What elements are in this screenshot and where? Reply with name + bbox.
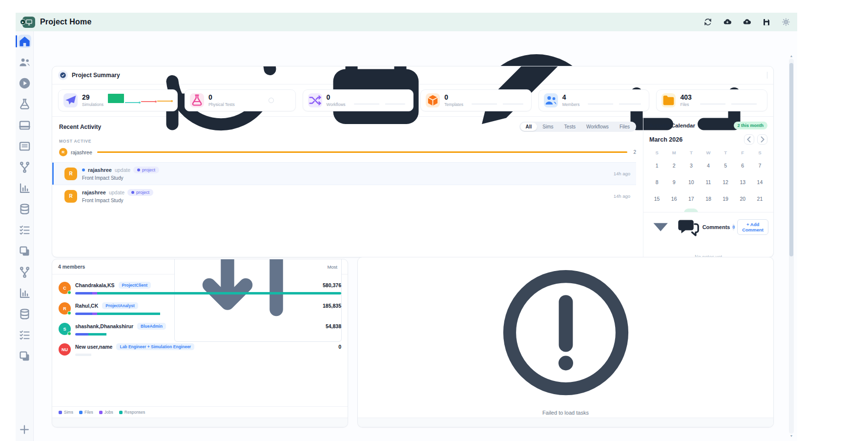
member-row[interactable]: C Chandrakala,KS ProjectClient 580,376 [59,278,341,299]
calendar-day[interactable]: 28 [751,207,768,212]
sidebar-item-cards[interactable] [18,119,31,132]
stat-value: 403 [680,94,691,101]
shuffle-icon [308,93,322,107]
activity-item[interactable]: R rajashree update project Front Impact … [52,185,636,207]
sidebar-item-members[interactable] [18,56,31,69]
sidebar-item-media[interactable] [18,77,31,90]
member-row[interactable]: S shashank,Dhanakshirur BlueAdmin 54,838 [59,319,341,340]
calendar-day[interactable]: 3 [682,157,700,174]
calendar-day-header: F [734,147,751,157]
stat-label: Simulations [82,102,103,107]
calendar-day[interactable]: 7 [751,157,768,174]
add-comment-button[interactable]: + Add Comment [737,219,768,235]
most-active-name: rajashree [71,149,92,155]
calendar-day-header: S [648,147,665,157]
stat-card-files[interactable]: 403Files [656,89,767,111]
calendar-day[interactable]: 13 [734,174,751,190]
calendar-day[interactable]: 4 [700,157,717,174]
calendar-prev-button[interactable] [744,134,754,145]
refresh-icon[interactable] [703,18,712,26]
sidebar-item-charts[interactable] [18,182,31,195]
calendar-day[interactable]: 9 [665,174,682,190]
tab-files[interactable]: Files [614,123,635,131]
scroll-up-arrow-icon[interactable]: ▲ [788,54,794,59]
cloud-download-icon[interactable] [723,18,732,26]
member-row[interactable]: NU New user,name Lab Engineer + Simulati… [59,340,341,360]
stat-card-physical-tests[interactable]: 0Physical Tests [185,89,296,111]
calendar-day[interactable]: 10 [682,174,700,190]
tasks-footer [358,418,773,427]
gear-icon[interactable] [782,18,790,26]
sidebar-item-templates[interactable] [18,245,31,258]
member-value: 54,838 [326,323,341,329]
placeholder-dashes [700,104,759,105]
calendar-day-header: M [665,147,682,157]
mini-line-amber [157,101,172,102]
member-row[interactable]: R Rahul,CK ProjectAnalyst 185,835 [59,299,341,319]
stat-card-simulations[interactable]: 29Simulations [58,89,178,111]
calendar-day[interactable]: 20 [734,190,751,207]
calendar-day[interactable]: 27 [734,207,751,212]
sidebar-item-data[interactable] [18,203,31,216]
calendar-day[interactable]: 21 [751,190,768,207]
calendar-day-header: T [717,147,734,157]
calendar-day[interactable]: 25 [700,207,717,212]
sidebar-item-charts-2[interactable] [18,287,31,300]
calendar-day[interactable]: 26 [717,207,734,212]
stat-card-members[interactable]: 4Members [538,89,650,111]
sidebar-item-data-2[interactable] [18,308,31,321]
sidebar-item-tests[interactable] [18,98,31,111]
legend-files: Files [79,410,93,415]
sidebar-item-tasks-2[interactable] [18,329,31,342]
sidebar-item-home[interactable] [18,35,31,48]
caret-down-icon[interactable] [648,215,673,239]
mini-line-red [141,101,156,102]
calendar-day[interactable]: 8 [648,174,665,190]
tab-all[interactable]: All [520,123,537,131]
calendar-day[interactable]: 16 [665,190,682,207]
rocket-icon [63,93,78,107]
page-title: Project Home [40,18,92,26]
calendar-day[interactable]: 12 [717,174,734,190]
calendar-day[interactable]: 1 [648,157,665,174]
calendar-day[interactable]: 15 [648,190,665,207]
cloud-upload-icon[interactable] [743,18,751,26]
sidebar-item-tasks[interactable] [18,224,31,237]
copy-icon [18,245,31,258]
tab-sims[interactable]: Sims [537,123,558,131]
calendar-day[interactable]: 17 [682,190,700,207]
sidebar-item-workflows[interactable] [18,161,31,174]
activity-item[interactable]: R rajashree update project Front Impact … [52,162,636,185]
sidebar-item-tables[interactable] [18,140,31,153]
activity-target: Front Impact Study [82,175,159,181]
members-list: C Chandrakala,KS ProjectClient 580,376 R [52,274,348,360]
calendar-day[interactable]: 14 [751,174,768,190]
stat-card-workflows[interactable]: 0Workflows [303,89,414,111]
calendar-day[interactable]: 5 [717,157,734,174]
calendar-day[interactable]: 2 [665,157,682,174]
sidebar-item-templates-2[interactable] [18,350,31,363]
app-header: ▶ Project Home [16,13,797,31]
calendar-next-button[interactable] [757,134,767,145]
sidebar-add-button[interactable] [18,423,31,436]
calendar-day-header: T [682,147,700,157]
comments-icon [675,215,700,239]
tab-tests[interactable]: Tests [559,123,581,131]
calendar-day[interactable]: 22 [648,207,665,212]
calendar-day[interactable]: 19 [717,190,734,207]
scrollbar-thumb[interactable] [789,63,793,256]
sidebar-item-workflows-2[interactable] [18,266,31,279]
save-icon[interactable] [762,18,771,26]
tab-workflows[interactable]: Workflows [581,123,614,131]
scroll-down-arrow-icon[interactable]: ▼ [788,434,794,439]
calendar-day[interactable]: 6 [734,157,751,174]
calendar-day[interactable]: 24 [682,207,700,212]
calendar-day[interactable]: 23 [665,207,682,212]
most-active-label: MOST ACTIVE [59,139,636,144]
empty-ring [269,98,274,103]
calendar-day[interactable]: 11 [700,174,717,190]
toolbar-divider [767,72,767,79]
stat-card-templates[interactable]: 0Templates [420,89,532,111]
calendar-day[interactable]: 18 [700,190,717,207]
main-scrollbar[interactable]: ▲ ▼ [788,54,794,439]
